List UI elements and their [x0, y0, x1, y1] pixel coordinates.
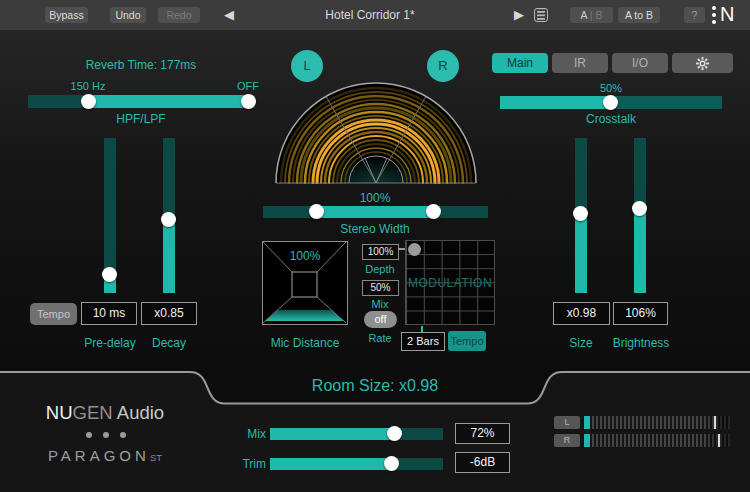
predelay-handle[interactable] — [102, 267, 117, 282]
brand-audio: Audio — [113, 402, 164, 423]
nugen-logo-dots-icon — [712, 5, 718, 27]
meter-left-peak-tick — [714, 416, 716, 429]
hpf-lpf-slider[interactable] — [28, 95, 255, 108]
mod-depth-label: Depth — [355, 263, 405, 275]
decay-handle[interactable] — [161, 212, 176, 227]
stereo-width-right-handle[interactable] — [426, 204, 441, 219]
right-channel-badge[interactable]: R — [427, 50, 459, 82]
meter-right-level — [584, 434, 590, 447]
lpf-value-label: OFF — [228, 80, 268, 92]
tab-main[interactable]: Main — [492, 53, 548, 73]
mod-tempo-toggle[interactable]: Tempo — [448, 331, 486, 351]
undo-button[interactable]: Undo — [110, 7, 146, 23]
meter-right-button[interactable]: R — [554, 434, 580, 447]
trim-label: Trim — [226, 457, 266, 471]
size-label: Size — [551, 336, 611, 350]
tab-ir[interactable]: IR — [552, 53, 608, 73]
meter-left-level — [584, 416, 590, 429]
size-handle[interactable] — [573, 206, 588, 221]
stereo-width-label: Stereo Width — [315, 222, 435, 236]
left-channel-badge[interactable]: L — [291, 50, 323, 82]
predelay-label: Pre-delay — [70, 336, 150, 350]
brightness-value-box[interactable]: 106% — [613, 302, 668, 325]
meter-left-button[interactable]: L — [554, 416, 580, 429]
modulation-y-tick — [398, 248, 405, 250]
preset-title: Hotel Corridor 1* — [260, 8, 480, 22]
previous-preset-icon[interactable]: ◀ — [224, 8, 234, 22]
hpf-value-label: 150 Hz — [58, 80, 118, 92]
mod-bars-value-box[interactable]: 2 Bars — [401, 332, 445, 351]
mix-handle[interactable] — [387, 426, 402, 441]
decay-label: Decay — [139, 336, 199, 350]
reverb-radar-display — [275, 82, 477, 184]
stereo-width-slider[interactable] — [263, 206, 488, 218]
stereo-width-left-handle[interactable] — [309, 204, 324, 219]
mod-mix-label: Mix — [355, 298, 405, 310]
lpf-handle[interactable] — [241, 94, 256, 109]
decay-value-box[interactable]: x0.85 — [141, 302, 197, 325]
a-to-b-button[interactable]: A to B — [618, 7, 660, 23]
mic-distance-value: 100% — [265, 249, 345, 263]
brightness-label: Brightness — [605, 336, 677, 350]
brand-dots-icon — [86, 432, 126, 438]
gear-icon — [695, 56, 710, 71]
meter-left-bar — [584, 416, 730, 429]
mic-distance-label: Mic Distance — [260, 336, 350, 350]
size-value-box[interactable]: x0.98 — [553, 302, 610, 325]
hpf-lpf-label: HPF/LPF — [31, 112, 251, 126]
crosstalk-handle[interactable] — [603, 95, 618, 110]
help-button[interactable]: ? — [684, 7, 705, 23]
redo-button[interactable]: Redo — [158, 7, 200, 23]
modulation-pad-handle[interactable] — [408, 243, 421, 256]
hpf-handle[interactable] — [81, 94, 96, 109]
meter-right-bar — [584, 434, 730, 447]
predelay-tempo-toggle[interactable]: Tempo — [30, 303, 77, 325]
next-preset-icon[interactable]: ▶ — [514, 8, 524, 22]
reverb-time-readout: Reverb Time: 177ms — [31, 58, 251, 72]
trim-value-box[interactable]: -6dB — [455, 452, 510, 473]
modulation-overlay-label: MODULATION — [405, 276, 495, 290]
mod-rate-label: Rate — [355, 332, 405, 344]
brand-nu: NU — [46, 402, 73, 423]
room-size-readout: Room Size: x0.98 — [255, 377, 495, 395]
preset-menu-icon[interactable] — [534, 8, 548, 22]
mod-rate-toggle[interactable]: off — [364, 311, 397, 328]
trim-slider[interactable] — [270, 458, 443, 470]
bypass-button[interactable]: Bypass — [45, 7, 88, 23]
mod-mix-value-box[interactable]: 50% — [362, 280, 399, 296]
product-st: ST — [150, 452, 162, 463]
nugen-n-logo[interactable]: N — [720, 3, 734, 26]
tab-io[interactable]: I/O — [612, 53, 668, 73]
product-name: PARAGONST — [10, 447, 200, 465]
ab-compare-button[interactable]: A | B — [570, 7, 613, 23]
mix-value-box[interactable]: 72% — [455, 423, 510, 444]
mod-depth-value-box[interactable]: 100% — [362, 244, 399, 260]
product-paragon: PARAGON — [48, 447, 150, 464]
stereo-width-value: 100% — [315, 191, 435, 205]
brightness-handle[interactable] — [632, 201, 647, 216]
meter-right-peak-tick — [718, 434, 720, 447]
crosstalk-value: 50% — [581, 82, 641, 94]
mix-slider[interactable] — [270, 428, 443, 440]
brand-gen: GEN — [73, 402, 113, 423]
ab-b-label: B — [595, 9, 602, 21]
trim-handle[interactable] — [384, 456, 399, 471]
mix-label: Mix — [226, 427, 266, 441]
crosstalk-label: Crosstalk — [561, 112, 661, 126]
settings-tab-button[interactable] — [672, 53, 733, 73]
paragon-plugin-window: Bypass Undo Redo ◀ Hotel Corridor 1* ▶ A… — [0, 0, 750, 492]
nugen-audio-logo: NUGEN Audio — [10, 402, 200, 424]
predelay-value-box[interactable]: 10 ms — [81, 302, 137, 325]
